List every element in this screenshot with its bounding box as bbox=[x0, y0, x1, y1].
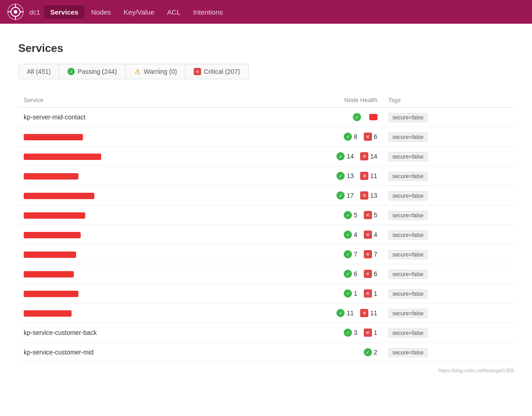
tags-cell: secure=false bbox=[383, 264, 514, 284]
pass-dot: ✓ bbox=[336, 152, 345, 160]
table-row[interactable]: ✓ 14✕ 14secure=false bbox=[18, 147, 514, 166]
pass-dot: ✓ bbox=[336, 309, 345, 317]
datacenter-label: dc1 bbox=[29, 8, 40, 16]
passing-health: ✓ 2 bbox=[364, 348, 377, 356]
critical-health: ✕ 6 bbox=[364, 270, 377, 278]
table-row[interactable]: ✓ 6✕ 6secure=false bbox=[18, 264, 514, 284]
critical-icon: ✕ bbox=[194, 68, 201, 75]
filter-bar: All (451) ✓ Passing (244) ⚠ Warning (0) … bbox=[18, 64, 249, 79]
footer-url: https://blog.csdn.net/huangdi1309 bbox=[18, 368, 514, 373]
nav-acl[interactable]: ACL bbox=[161, 5, 187, 19]
service-name-cell bbox=[18, 166, 248, 186]
passing-health: ✓ 5 bbox=[344, 211, 357, 219]
filter-passing[interactable]: ✓ Passing (244) bbox=[59, 64, 125, 79]
table-row[interactable]: ✓ 4✕ 4secure=false bbox=[18, 225, 514, 245]
critical-health: ✕ 13 bbox=[360, 191, 377, 200]
table-row[interactable]: ✓ 8✕ 6secure=false bbox=[18, 127, 514, 147]
service-name-cell: kp-service-customer-mid bbox=[18, 343, 248, 362]
crit-box: ✕ bbox=[360, 152, 368, 160]
crit-box: ✕ bbox=[360, 309, 368, 317]
table-row[interactable]: ✓ 5✕ 5secure=false bbox=[18, 205, 514, 225]
table-row[interactable]: ✓ 13✕ 11secure=false bbox=[18, 166, 514, 186]
service-name-cell bbox=[18, 225, 248, 245]
service-name-cell bbox=[18, 245, 248, 264]
service-name-cell: kp-server-mid-contact bbox=[18, 108, 248, 127]
pass-dot: ✓ bbox=[344, 231, 352, 239]
pass-dot: ✓ bbox=[344, 289, 352, 298]
passing-health: ✓ 17 bbox=[336, 191, 354, 200]
table-row[interactable]: kp-service-customer-back✓ 3✕ 1secure=fal… bbox=[18, 323, 514, 343]
tag-badge: secure=false bbox=[388, 289, 428, 298]
tags-cell: secure=false bbox=[383, 303, 514, 323]
table-row[interactable]: kp-service-customer-mid✓ 2secure=false bbox=[18, 343, 514, 362]
tags-cell: secure=false bbox=[383, 245, 514, 264]
tags-cell: secure=false bbox=[383, 205, 514, 225]
service-name-cell bbox=[18, 147, 248, 166]
service-name-redacted bbox=[24, 232, 81, 238]
pass-dot: ✓ bbox=[336, 191, 345, 200]
passing-health: ✓ 4 bbox=[344, 231, 357, 239]
page-title: Services bbox=[18, 42, 514, 55]
nav-keyvalue[interactable]: Key/Value bbox=[117, 5, 160, 19]
critical-health: ✕ 4 bbox=[364, 231, 377, 239]
critical-health: ✕ 11 bbox=[360, 172, 377, 180]
table-row[interactable]: kp-server-mid-contact✓secure=false bbox=[18, 108, 514, 127]
passing-health: ✓ bbox=[353, 113, 361, 121]
main-content: Services All (451) ✓ Passing (244) ⚠ War… bbox=[0, 24, 532, 416]
table-row[interactable]: ✓ 1✕ 1secure=false bbox=[18, 284, 514, 303]
service-name-cell: kp-service-customer-back bbox=[18, 323, 248, 343]
service-name-redacted bbox=[24, 310, 72, 317]
passing-health: ✓ 13 bbox=[336, 172, 354, 180]
filter-all[interactable]: All (451) bbox=[19, 64, 59, 79]
crit-box: ✕ bbox=[364, 289, 372, 298]
col-service: Service bbox=[18, 93, 248, 108]
service-name-cell bbox=[18, 127, 248, 147]
tag-badge: secure=false bbox=[388, 211, 428, 220]
service-name-cell bbox=[18, 284, 248, 303]
table-row[interactable]: ✓ 17✕ 13secure=false bbox=[18, 186, 514, 205]
table-row[interactable]: ✓ 11✕ 11secure=false bbox=[18, 303, 514, 323]
tag-badge: secure=false bbox=[388, 191, 428, 200]
service-name-redacted bbox=[24, 271, 74, 277]
tags-cell: secure=false bbox=[383, 343, 514, 362]
node-health-cell: ✓ 17✕ 13 bbox=[248, 186, 383, 205]
pass-dot: ✓ bbox=[344, 211, 352, 219]
filter-critical[interactable]: ✕ Critical (207) bbox=[186, 64, 248, 79]
service-name-redacted bbox=[24, 193, 94, 199]
crit-partial bbox=[369, 114, 377, 120]
tag-badge: secure=false bbox=[388, 250, 428, 259]
filter-warning[interactable]: ⚠ Warning (0) bbox=[126, 64, 186, 79]
critical-health: ✕ 1 bbox=[364, 289, 377, 298]
tags-cell: secure=false bbox=[383, 225, 514, 245]
nav-items: Services Nodes Key/Value ACL Intentions bbox=[44, 5, 229, 19]
tags-cell: secure=false bbox=[383, 108, 514, 127]
node-health-cell: ✓ 14✕ 14 bbox=[248, 147, 383, 166]
nav-services[interactable]: Services bbox=[44, 5, 85, 19]
critical-health: ✕ 1 bbox=[364, 329, 377, 337]
crit-box: ✕ bbox=[364, 231, 372, 239]
tags-cell: secure=false bbox=[383, 127, 514, 147]
tag-badge: secure=false bbox=[388, 309, 428, 318]
tag-badge: secure=false bbox=[388, 270, 428, 279]
nav-intentions[interactable]: Intentions bbox=[187, 5, 229, 19]
service-name-cell bbox=[18, 303, 248, 323]
service-name-cell bbox=[18, 264, 248, 284]
nav-nodes[interactable]: Nodes bbox=[85, 5, 117, 19]
pass-dot: ✓ bbox=[344, 270, 352, 278]
service-name-cell bbox=[18, 186, 248, 205]
node-health-cell: ✓ 8✕ 6 bbox=[248, 127, 383, 147]
passing-icon: ✓ bbox=[67, 68, 75, 75]
critical-health: ✕ 7 bbox=[364, 250, 377, 258]
tag-badge: secure=false bbox=[388, 348, 428, 357]
table-row[interactable]: ✓ 7✕ 7secure=false bbox=[18, 245, 514, 264]
col-node-health: Node Health bbox=[248, 93, 383, 108]
crit-box: ✕ bbox=[364, 133, 372, 141]
warning-icon: ⚠ bbox=[134, 68, 141, 75]
pass-dot: ✓ bbox=[344, 329, 352, 337]
crit-box: ✕ bbox=[364, 329, 372, 337]
passing-health: ✓ 8 bbox=[344, 133, 357, 141]
service-name-redacted bbox=[24, 212, 85, 219]
col-tags: Tags bbox=[383, 93, 514, 108]
node-health-cell: ✓ 5✕ 5 bbox=[248, 205, 383, 225]
tags-cell: secure=false bbox=[383, 323, 514, 343]
